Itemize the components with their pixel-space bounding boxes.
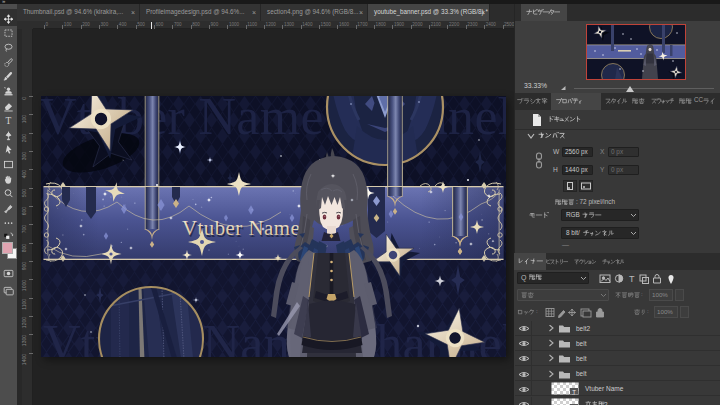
svg-text:T: T [572, 389, 576, 395]
svg-text:T: T [6, 116, 12, 126]
svg-text:T: T [629, 274, 635, 284]
svg-text:Vtuber Name: Vtuber Name [182, 216, 300, 239]
